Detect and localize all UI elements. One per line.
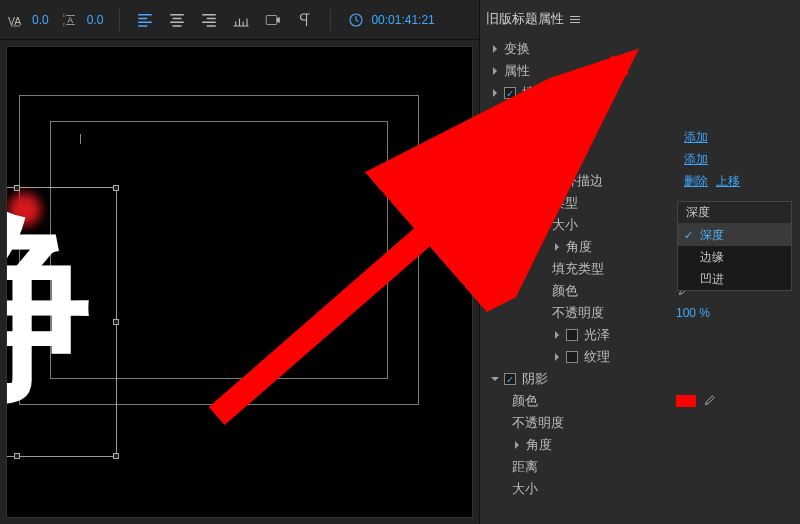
chevron-down-icon[interactable] bbox=[490, 111, 500, 119]
outer-stroke-item[interactable]: ✓ 外描边 删除 上移 bbox=[486, 170, 796, 192]
show-video-icon[interactable] bbox=[264, 11, 282, 29]
shadow-checkbox[interactable]: ✓ bbox=[504, 373, 516, 385]
sheen-checkbox[interactable] bbox=[566, 329, 578, 341]
kerning-value[interactable]: 0.0 bbox=[32, 13, 49, 27]
eyedropper-icon[interactable] bbox=[702, 394, 716, 408]
title-toolbar: VA 0.0 A 0.0 00:01:41:21 bbox=[0, 0, 479, 40]
stroke-type-dropdown[interactable]: 深度 ✓深度 边缘 凹进 bbox=[677, 201, 792, 291]
chevron-down-icon[interactable] bbox=[532, 177, 542, 185]
timecode-display[interactable]: 00:01:41:21 bbox=[347, 11, 434, 29]
align-right-icon[interactable] bbox=[200, 11, 218, 29]
chevron-right-icon[interactable] bbox=[552, 331, 562, 339]
tab-stops-icon[interactable] bbox=[232, 11, 250, 29]
stroke-sheen-row[interactable]: 光泽 bbox=[486, 324, 796, 346]
align-left-icon[interactable] bbox=[136, 11, 154, 29]
align-center-icon[interactable] bbox=[168, 11, 186, 29]
clock-icon bbox=[347, 11, 365, 29]
title-canvas[interactable]: 静 bbox=[6, 46, 473, 518]
chevron-down-icon[interactable] bbox=[512, 155, 522, 163]
panel-menu-icon[interactable] bbox=[570, 16, 580, 23]
texture-checkbox[interactable] bbox=[566, 351, 578, 363]
shadow-size-row: 大小 bbox=[486, 478, 796, 500]
svg-rect-2 bbox=[267, 15, 278, 24]
section-stroke[interactable]: 描边 bbox=[486, 104, 796, 126]
timecode-value[interactable]: 00:01:41:21 bbox=[371, 13, 434, 27]
shadow-angle-row[interactable]: 角度 bbox=[486, 434, 796, 456]
panel-title-text: 旧版标题属性 bbox=[486, 10, 564, 28]
dropdown-item-depth[interactable]: ✓深度 bbox=[678, 224, 791, 246]
chevron-down-icon[interactable] bbox=[490, 375, 500, 383]
shadow-color-row: 颜色 bbox=[486, 390, 796, 412]
selection-box[interactable] bbox=[6, 187, 117, 457]
delete-stroke-link[interactable]: 删除 bbox=[684, 173, 708, 190]
stroke-opacity-row: 不透明度 100 % bbox=[486, 302, 796, 324]
chevron-down-icon[interactable] bbox=[512, 133, 522, 141]
svg-text:VA: VA bbox=[8, 14, 21, 26]
chevron-right-icon[interactable] bbox=[552, 243, 562, 251]
pilcrow-icon[interactable] bbox=[296, 11, 314, 29]
section-outer-stroke[interactable]: 外描边 添加 bbox=[486, 148, 796, 170]
dropdown-item-edge[interactable]: 边缘 bbox=[678, 246, 791, 268]
leading-value[interactable]: 0.0 bbox=[87, 13, 104, 27]
section-attributes[interactable]: 属性 bbox=[486, 60, 796, 82]
dropdown-item-inset[interactable]: 凹进 bbox=[678, 268, 791, 290]
chevron-right-icon[interactable] bbox=[490, 67, 500, 75]
add-inner-stroke-link[interactable]: 添加 bbox=[684, 129, 708, 146]
fill-checkbox[interactable]: ✓ bbox=[504, 87, 516, 99]
section-shadow[interactable]: ✓ 阴影 bbox=[486, 368, 796, 390]
dropdown-current[interactable]: 深度 bbox=[678, 202, 791, 224]
shadow-opacity-row: 不透明度 bbox=[486, 412, 796, 434]
chevron-right-icon[interactable] bbox=[552, 353, 562, 361]
opacity-value[interactable]: 100 % bbox=[676, 306, 710, 320]
chevron-right-icon[interactable] bbox=[490, 45, 500, 53]
panel-title: 旧版标题属性 bbox=[486, 10, 796, 38]
svg-text:A: A bbox=[67, 16, 73, 25]
shadow-color-swatch[interactable] bbox=[676, 395, 696, 407]
kerning-tool[interactable]: VA 0.0 bbox=[8, 11, 49, 29]
add-outer-stroke-link[interactable]: 添加 bbox=[684, 151, 708, 168]
editor-left-pane: VA 0.0 A 0.0 00:01:41:21 bbox=[0, 0, 480, 524]
chevron-right-icon[interactable] bbox=[490, 89, 500, 97]
outer-stroke-checkbox[interactable]: ✓ bbox=[546, 175, 558, 187]
section-fill[interactable]: ✓ 填充 bbox=[486, 82, 796, 104]
section-inner-stroke[interactable]: 内描边 添加 bbox=[486, 126, 796, 148]
chevron-right-icon[interactable] bbox=[512, 441, 522, 449]
move-up-stroke-link[interactable]: 上移 bbox=[716, 173, 740, 190]
section-transform[interactable]: 变换 bbox=[486, 38, 796, 60]
stroke-texture-row[interactable]: 纹理 bbox=[486, 346, 796, 368]
leading-tool[interactable]: A 0.0 bbox=[63, 11, 104, 29]
shadow-distance-row: 距离 bbox=[486, 456, 796, 478]
